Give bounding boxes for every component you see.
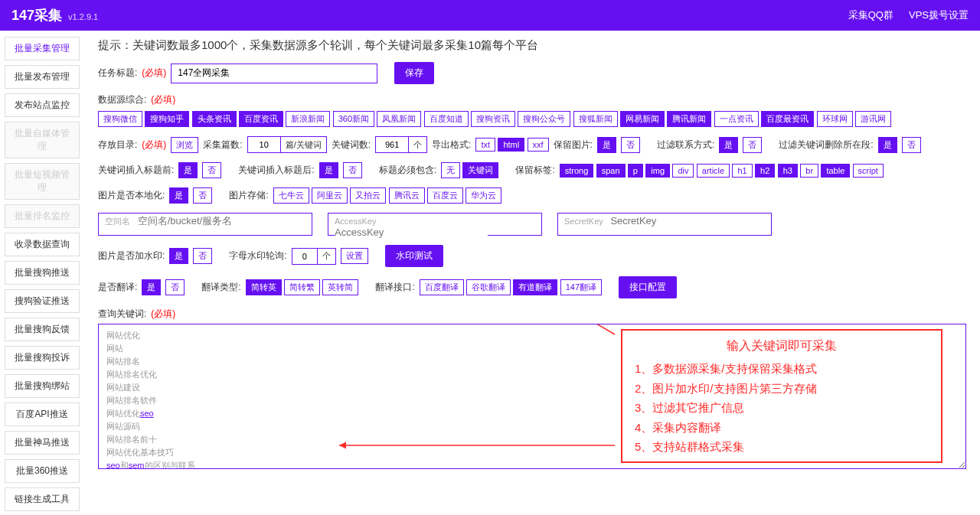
header-link-vps[interactable]: VPS拨号设置 (909, 8, 969, 22)
keep-tag-article[interactable]: article (697, 164, 730, 178)
sidebar-item-6[interactable]: 收录数据查询 (5, 233, 80, 256)
cloud-阿里云[interactable]: 阿里云 (312, 187, 348, 204)
source-tag-搜狗微信[interactable]: 搜狗微信 (98, 111, 142, 127)
export-format-html[interactable]: html (498, 138, 524, 152)
insert-before-label: 关键词插入标题前: (98, 164, 174, 177)
insert-after-yes[interactable]: 是 (319, 162, 338, 178)
translate-label: 是否翻译: (98, 281, 137, 294)
source-tag-搜狗知乎[interactable]: 搜狗知乎 (145, 111, 189, 127)
access-key-input[interactable] (335, 227, 488, 238)
source-tag-搜狐新闻[interactable]: 搜狐新闻 (573, 111, 618, 127)
image-local-yes[interactable]: 是 (169, 187, 188, 204)
sidebar-item-8[interactable]: 搜狗验证推送 (5, 289, 80, 313)
watermark-yes[interactable]: 是 (169, 248, 188, 264)
keep-tag-table[interactable]: table (821, 164, 850, 178)
insert-before-no[interactable]: 否 (202, 162, 221, 178)
translate-api-谷歌翻译[interactable]: 谷歌翻译 (466, 279, 511, 295)
source-tag-百度最资讯[interactable]: 百度最资讯 (761, 111, 814, 127)
sidebar-item-7[interactable]: 批量搜狗推送 (5, 261, 80, 285)
source-tag-一点资讯[interactable]: 一点资讯 (714, 111, 759, 127)
collect-count-input[interactable] (247, 136, 281, 153)
source-tag-头条资讯[interactable]: 头条资讯 (192, 111, 237, 127)
cloud-百度云[interactable]: 百度云 (427, 187, 463, 204)
translate-config-button[interactable]: 接口配置 (619, 276, 677, 298)
filter-kw-del-yes[interactable]: 是 (878, 137, 897, 153)
sidebar-item-1[interactable]: 批量发布管理 (5, 65, 80, 89)
source-tag-凤凰新闻[interactable]: 凤凰新闻 (377, 111, 421, 127)
cloud-又拍云[interactable]: 又拍云 (350, 187, 386, 204)
source-tag-网易新闻[interactable]: 网易新闻 (620, 111, 665, 127)
watermark-test-button[interactable]: 水印测试 (385, 245, 443, 267)
source-tag-游讯网[interactable]: 游讯网 (855, 111, 891, 127)
source-tag-百度知道[interactable]: 百度知道 (424, 111, 469, 127)
secret-key-input[interactable] (610, 215, 763, 227)
keep-tag-div[interactable]: div (672, 164, 694, 178)
sidebar-item-2[interactable]: 发布站点监控 (5, 93, 80, 117)
filter-contact-no[interactable]: 否 (743, 137, 762, 153)
sidebar-item-15[interactable]: 链接生成工具 (5, 487, 80, 511)
source-tag-搜狗公众号[interactable]: 搜狗公众号 (518, 111, 570, 127)
browse-button[interactable]: 浏览 (171, 137, 198, 153)
watermark-rotate-input[interactable] (292, 248, 318, 265)
sidebar-item-11[interactable]: 批量搜狗绑站 (5, 374, 80, 398)
space-name-input[interactable] (138, 215, 291, 227)
keep-tag-h2[interactable]: h2 (755, 164, 775, 178)
watermark-no[interactable]: 否 (193, 248, 212, 264)
sources-required: (必填) (151, 93, 175, 106)
translate-api-147翻译[interactable]: 147翻译 (560, 279, 602, 295)
watermark-set-button[interactable]: 设置 (341, 248, 368, 264)
translate-no[interactable]: 否 (165, 279, 185, 295)
cloud-华为云[interactable]: 华为云 (466, 187, 501, 204)
translate-api-百度翻译[interactable]: 百度翻译 (420, 279, 464, 295)
keep-tag-script[interactable]: script (853, 164, 884, 178)
task-title-input[interactable] (171, 64, 377, 83)
insert-after-no[interactable]: 否 (343, 162, 362, 178)
source-tag-搜狗资讯[interactable]: 搜狗资讯 (471, 111, 515, 127)
cloud-腾讯云[interactable]: 腾讯云 (389, 187, 425, 204)
keep-tag-img[interactable]: img (645, 164, 670, 178)
access-key-input-wrap[interactable]: AccessKey (328, 213, 542, 236)
keep-tag-span[interactable]: span (596, 164, 626, 178)
app-header: 147采集 v1.2.9.1 采集QQ群 VPS拨号设置 (0, 0, 980, 31)
filter-kw-del-no[interactable]: 否 (902, 137, 921, 153)
sidebar-item-12[interactable]: 百度API推送 (5, 403, 80, 426)
header-link-qq[interactable]: 采集QQ群 (848, 8, 893, 22)
space-name-input-wrap[interactable]: 空间名 (98, 213, 312, 236)
sidebar-item-9[interactable]: 批量搜狗反馈 (5, 318, 80, 341)
sidebar-item-10[interactable]: 批量搜狗投诉 (5, 346, 80, 370)
sidebar-item-14[interactable]: 批量360推送 (5, 459, 80, 483)
keep-tag-p[interactable]: p (628, 164, 643, 178)
keep-tag-strong[interactable]: strong (560, 164, 594, 178)
insert-before-yes[interactable]: 是 (178, 162, 198, 178)
keywords-textarea[interactable]: 网站优化网站网站排名网站排名优化网站建设网站排名软件网站优化seo网站源码网站排… (98, 324, 966, 469)
title-must-关键词[interactable]: 关键词 (462, 162, 498, 178)
sidebar-item-13[interactable]: 批量神马推送 (5, 431, 80, 455)
translate-type-简转繁[interactable]: 简转繁 (284, 279, 320, 295)
translate-type-简转英[interactable]: 简转英 (246, 279, 282, 295)
source-tag-百度资讯[interactable]: 百度资讯 (239, 111, 283, 127)
source-tag-360新闻[interactable]: 360新闻 (333, 111, 374, 127)
source-tag-环球网[interactable]: 环球网 (817, 111, 853, 127)
export-format-txt[interactable]: txt (475, 138, 495, 152)
cloud-七牛云[interactable]: 七牛云 (273, 187, 309, 204)
translate-api-有道翻译[interactable]: 有道翻译 (513, 279, 557, 295)
filter-contact-yes[interactable]: 是 (719, 137, 738, 153)
sidebar-item-0[interactable]: 批量采集管理 (5, 37, 80, 60)
secret-key-input-wrap[interactable]: SecretKey (557, 213, 772, 236)
source-tag-腾讯新闻[interactable]: 腾讯新闻 (667, 111, 711, 127)
translate-type-英转简[interactable]: 英转简 (322, 279, 358, 295)
translate-yes[interactable]: 是 (142, 279, 161, 295)
keep-tag-h3[interactable]: h3 (778, 164, 798, 178)
image-local-no[interactable]: 否 (193, 187, 212, 204)
keep-image-yes[interactable]: 是 (597, 137, 616, 153)
title-must-无[interactable]: 无 (441, 162, 460, 178)
keyword-count-input[interactable] (375, 136, 409, 153)
keep-image-label: 保留图片: (554, 139, 593, 152)
row-keywords-label: 查询关键词: (必填) (98, 308, 966, 321)
source-tag-新浪新闻[interactable]: 新浪新闻 (286, 111, 330, 127)
save-button[interactable]: 保存 (394, 62, 434, 84)
keep-tag-br[interactable]: br (800, 164, 818, 178)
keep-image-no[interactable]: 否 (621, 137, 640, 153)
export-format-xxf[interactable]: xxf (528, 138, 549, 152)
keep-tag-h1[interactable]: h1 (732, 164, 752, 178)
